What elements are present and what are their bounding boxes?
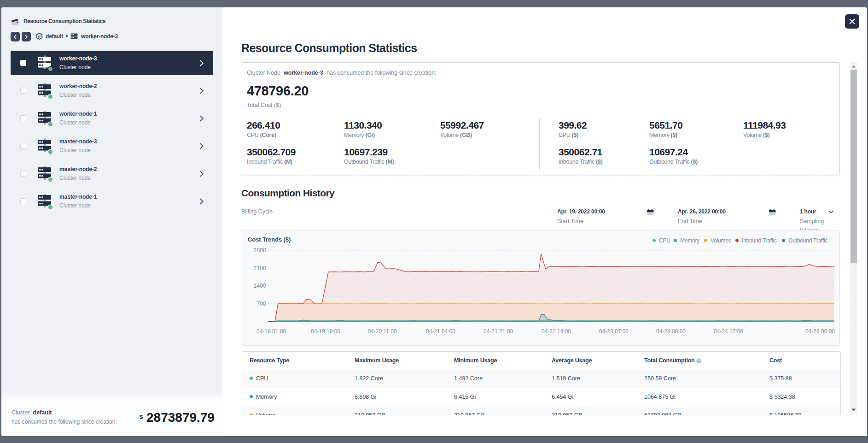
svg-text:04-24 17:00: 04-24 17:00 (714, 328, 743, 335)
svg-text:2100: 2100 (253, 265, 266, 272)
svg-text:04-24 00:00: 04-24 00:00 (656, 328, 686, 335)
svg-text:04-19 18:00: 04-19 18:00 (311, 328, 340, 335)
svg-text:700: 700 (256, 301, 266, 307)
svg-text:04-19 01:00: 04-19 01:00 (256, 328, 286, 335)
svg-text:04-26 00:00: 04-26 00:00 (805, 328, 835, 335)
svg-text:1400: 1400 (253, 283, 266, 289)
svg-text:04-20 11:00: 04-20 11:00 (367, 328, 396, 335)
svg-text:04-21 04:00: 04-21 04:00 (426, 328, 455, 335)
svg-text:04-22 14:00: 04-22 14:00 (542, 328, 571, 335)
svg-text:?: ? (698, 359, 700, 363)
svg-text:04-23 07:00: 04-23 07:00 (599, 328, 629, 335)
svg-text:2800: 2800 (253, 247, 266, 254)
svg-text:04-21 21:00: 04-21 21:00 (484, 328, 513, 335)
